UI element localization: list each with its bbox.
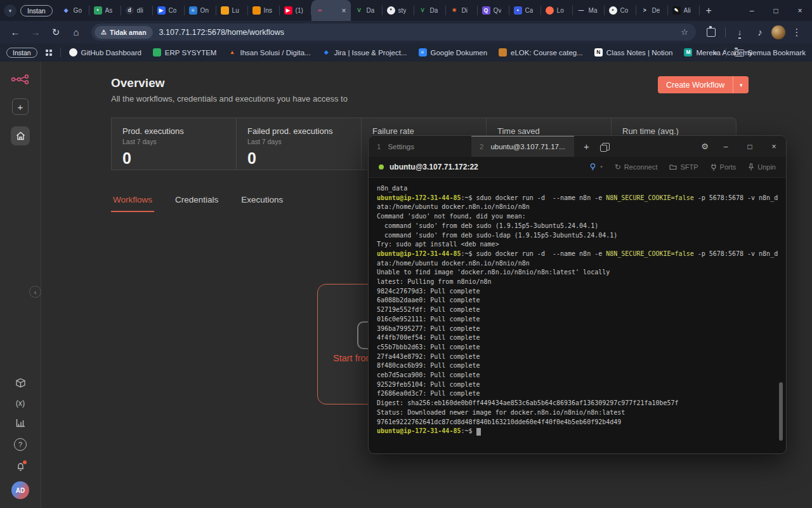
bookmark-item[interactable]: ▲ Ihsan Solusi / Digita...: [228, 48, 310, 57]
tab-favicon: [546, 6, 554, 15]
bookmarks-overflow-chevron[interactable]: »: [712, 48, 717, 57]
download-icon[interactable]: ↓: [731, 23, 749, 41]
bookmarks-group-chip[interactable]: Instan: [6, 48, 37, 58]
tab-group-chip[interactable]: Instan: [20, 5, 53, 17]
add-workflow-button[interactable]: +: [12, 98, 29, 115]
user-avatar[interactable]: AD: [11, 481, 29, 499]
terminal-line: f2686ea0d3c7: Pull complete: [377, 389, 778, 399]
terminal-close-button[interactable]: ×: [762, 142, 786, 151]
terminal-line: 52719e552fdf: Pull complete: [377, 305, 778, 315]
app-tab[interactable]: Credentials: [173, 195, 220, 212]
bookmark-label: Google Dokumen: [431, 49, 488, 57]
all-bookmarks-button[interactable]: Semua Bookmark: [735, 48, 806, 57]
bookmark-favicon: [499, 48, 507, 57]
browser-tab[interactable]: • As ×: [89, 0, 121, 21]
apps-grid-icon[interactable]: [46, 50, 52, 56]
terminal-line: ubuntu@ip-172-31-44-85:~$ sduo docker ru…: [377, 194, 778, 203]
browser-tab[interactable]: • Co ×: [605, 0, 636, 21]
media-controls-icon[interactable]: ♪: [751, 23, 769, 41]
browser-tab[interactable]: d dli ×: [121, 0, 153, 21]
terminal-output[interactable]: n8n_dataubuntu@ip-172-31-44-85:~$ sduo d…: [369, 178, 786, 443]
terminal-scrollbar[interactable]: [779, 382, 783, 441]
app-tab[interactable]: Executions: [239, 195, 285, 212]
reload-icon[interactable]: ↻: [47, 23, 65, 41]
page-title: Overview: [111, 76, 165, 90]
browser-tab[interactable]: ≡ On ×: [185, 0, 216, 21]
unpin-button[interactable]: Unpin: [748, 163, 776, 171]
sftp-button[interactable]: SFTP: [669, 163, 698, 171]
all-bookmarks-label: Semua Bookmark: [748, 49, 806, 57]
extensions-icon[interactable]: [702, 23, 720, 41]
terminal-tab-title: Settings: [388, 143, 414, 150]
forward-icon[interactable]: →: [27, 23, 44, 41]
window-minimize-button[interactable]: –: [740, 6, 764, 15]
browser-tab[interactable]: V Da ×: [414, 0, 446, 21]
tab-title: Go: [74, 7, 82, 14]
terminal-line: ata:/home/ubuntu docker.n8n.io/n8nio/n8n: [377, 203, 778, 212]
screen: ▾ Instan ◆ Go × • As × d dli × ▶ Co: [0, 0, 812, 508]
terminal-tab[interactable]: 2 ubuntu@3.107.71.17...: [471, 136, 574, 157]
terminal-tab[interactable]: 1 Settings: [369, 136, 471, 157]
variables-icon[interactable]: (x): [16, 399, 25, 408]
browser-tab[interactable]: V Da ×: [351, 0, 383, 21]
notifications-bell-icon[interactable]: [16, 462, 25, 471]
duplicate-tab-icon[interactable]: [602, 143, 610, 150]
sidebar-item-overview[interactable]: [11, 126, 30, 145]
reconnect-button[interactable]: ↻ Reconnect: [615, 163, 658, 171]
reconnect-label: Reconnect: [624, 163, 658, 171]
app-tab[interactable]: Workflows: [111, 195, 154, 212]
tab-title: Lu: [232, 7, 239, 14]
bookmark-item[interactable]: ≡ Google Dokumen: [419, 48, 488, 57]
bookmark-star-icon[interactable]: ☆: [677, 27, 692, 37]
bookmark-item[interactable]: eLOK: Course categ...: [499, 48, 583, 57]
tab-search-button[interactable]: ▾: [4, 4, 16, 17]
terminal-tab-number: 2: [480, 143, 483, 150]
window-close-button[interactable]: ×: [788, 6, 812, 15]
terminal-settings-gear-icon[interactable]: ⚙: [701, 142, 709, 151]
browser-tab[interactable]: Lo ×: [541, 0, 573, 21]
browser-tab[interactable]: * sty ×: [383, 0, 414, 21]
address-bar[interactable]: ⚠ Tidak aman 3.107.71.172:5678/home/work…: [91, 23, 696, 41]
insights-icon[interactable]: [16, 418, 25, 427]
warning-icon: ⚠: [101, 29, 107, 36]
browser-profile-avatar[interactable]: [771, 25, 785, 39]
browser-tab[interactable]: Lu ×: [216, 0, 248, 21]
browser-tab[interactable]: Ins ×: [248, 0, 280, 21]
chevron-down-icon[interactable]: ▾: [733, 82, 749, 88]
browser-tab[interactable]: Q Qv ×: [478, 0, 509, 21]
window-maximize-button[interactable]: □: [764, 6, 788, 15]
security-badge[interactable]: ⚠ Tidak aman: [95, 26, 153, 39]
terminal-maximize-button[interactable]: □: [738, 142, 762, 151]
browser-tab[interactable]: > De ×: [636, 0, 668, 21]
bookmark-item[interactable]: ◆ Jira | Issue & Project...: [322, 48, 407, 57]
create-workflow-button[interactable]: Create Workflow ▾: [658, 76, 749, 93]
terminal-new-tab-button[interactable]: +: [584, 141, 589, 152]
templates-icon[interactable]: [15, 378, 26, 388]
browser-tab[interactable]: ▶ Co ×: [153, 0, 185, 21]
new-tab-button[interactable]: +: [700, 5, 718, 17]
tab-title: Co: [169, 7, 177, 14]
browser-tab[interactable]: ✎ Ali ×: [668, 0, 700, 21]
browser-tab[interactable]: ∞ ×: [311, 0, 351, 21]
browser-tab[interactable]: ☀ Di ×: [446, 0, 478, 21]
browser-tab[interactable]: ▶ (1) ×: [280, 0, 311, 21]
browser-tab[interactable]: — Ma ×: [573, 0, 605, 21]
back-icon[interactable]: ←: [6, 23, 24, 41]
security-badge-label: Tidak aman: [110, 29, 147, 36]
browser-tab[interactable]: ◆ Go ×: [58, 0, 89, 21]
terminal-minimize-button[interactable]: –: [714, 142, 738, 151]
tab-close-icon[interactable]: ×: [342, 6, 346, 15]
bookmark-item[interactable]: ERP SYSYTEM: [153, 48, 217, 57]
sidebar-collapse-chevron[interactable]: ‹: [29, 286, 41, 298]
suggestions-bulb-icon[interactable]: ▾: [590, 163, 603, 171]
terminal-window: 1 Settings 2 ubuntu@3.107.71.17... + ⚙ –…: [368, 135, 787, 454]
browser-menu-icon[interactable]: ⋮: [788, 23, 806, 41]
tab-favicon: V: [419, 6, 427, 15]
bookmark-item[interactable]: N Class Notes | Notion: [594, 48, 673, 57]
bulb-chevron-icon: ▾: [600, 164, 603, 170]
browser-tab[interactable]: ▪ Ca ×: [509, 0, 541, 21]
help-icon[interactable]: ?: [14, 438, 27, 451]
home-icon[interactable]: ⌂: [67, 23, 85, 41]
bookmark-item[interactable]: GitHub Dashboard: [69, 48, 141, 57]
ports-button[interactable]: Ports: [710, 163, 737, 171]
